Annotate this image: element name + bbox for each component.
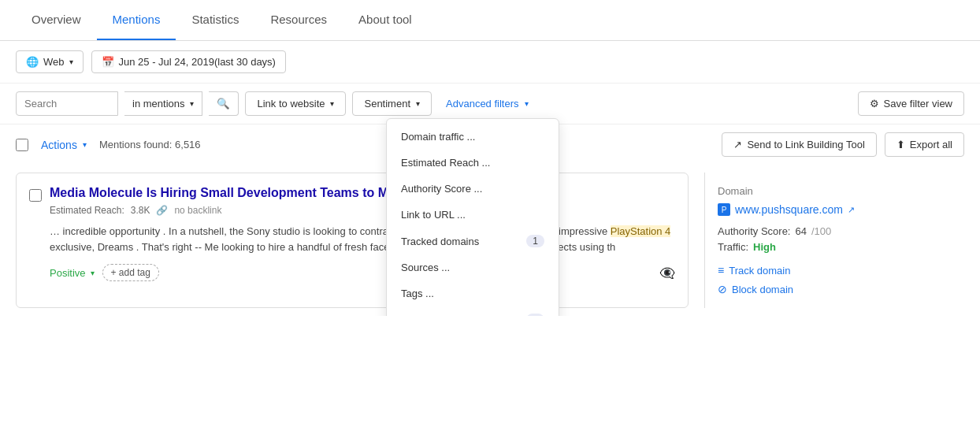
tab-mentions[interactable]: Mentions [97,0,176,40]
source-label: Web [43,56,65,68]
track-icon: ≡ [718,264,724,277]
hide-icon[interactable]: 👁‍🗨 [659,265,675,280]
date-range-label: Jun 25 - Jul 24, 2019(last 30 days) [119,56,276,68]
domain-section-label: Domain [718,185,960,197]
in-mentions-dropdown[interactable]: in mentions ▾ [124,91,202,116]
send-to-link-building-btn[interactable]: ↗ Send to Link Building Tool [722,132,876,157]
dropdown-item-label: Sources ... [401,262,450,273]
authority-score-label: Authority Score: [718,225,791,237]
backlink-icon: 🔗 [156,205,168,216]
dropdown-item-sources[interactable]: Sources ... [387,254,559,280]
calendar-icon: 📅 [102,56,114,68]
tab-bar: Overview Mentions Statistics Resources A… [0,0,980,41]
sentiment-btn[interactable]: Sentiment ▾ [352,91,432,116]
tracked-domains-badge: 1 [526,235,544,247]
estimated-reach-value: 3.8K [131,205,150,216]
dropdown-item-tracked-domains[interactable]: Tracked domains 1 [387,228,559,254]
add-tag-label: + add tag [111,267,150,278]
authority-score-row: Authority Score: 64 /100 [718,225,960,237]
dropdown-item-label: Tags ... [401,288,434,299]
mention-footer: Positive ▾ + add tag 👁‍🗨 [50,264,675,281]
save-filter-btn[interactable]: ⚙ Save filter view [858,91,964,116]
domain-name-row: P www.pushsquare.com ↗ [718,203,960,216]
gear-icon: ⚙ [870,98,879,110]
domain-actions: ≡ Track domain ⊘ Block domain [718,264,960,295]
tab-statistics[interactable]: Statistics [176,0,254,40]
mention-text: … incredible opportunity . In a nutshell… [50,224,675,254]
right-actions: ↗ Send to Link Building Tool ⬆ Export al… [722,132,964,157]
date-range-btn[interactable]: 📅 Jun 25 - Jul 24, 2019(last 30 days) [91,50,286,73]
sentiment-label: Sentiment [364,98,410,110]
actions-dropdown-btn[interactable]: Actions ▾ [41,139,87,151]
export-icon: ⬆ [896,139,905,150]
domain-stats: Authority Score: 64 /100 Traffic: High [718,225,960,253]
chevron-down-icon: ▾ [416,99,420,108]
dropdown-item-link-to-url[interactable]: Link to URL ... [387,202,559,228]
tab-overview[interactable]: Overview [16,0,97,40]
dropdown-item-tags[interactable]: Tags ... [387,280,559,306]
chevron-down-icon: ▾ [69,58,73,66]
search-btn[interactable]: 🔍 [209,91,239,116]
sentiment-label: Positive [50,267,86,279]
save-filter-label: Save filter view [884,98,952,110]
chevron-down-icon: ▾ [190,99,194,108]
mentions-found: Mentions found: 6,516 [99,139,201,150]
traffic-label: Traffic: [718,241,748,253]
dropdown-item-estimated-reach[interactable]: Estimated Reach ... [387,150,559,176]
dropdown-item-label: Domain traffic ... [401,131,475,143]
chevron-down-icon: ▾ [330,99,334,108]
globe-icon: 🌐 [26,56,39,68]
dropdown-item-authority-score[interactable]: Authority Score ... [387,176,559,202]
export-label: Export all [910,139,952,150]
authority-score-max: /100 [811,225,831,237]
send-label: Send to Link Building Tool [747,139,864,150]
domain-favicon: P [718,203,730,216]
hidden-mentions-badge: 1 [526,314,544,316]
dropdown-item-label: Tracked domains [401,236,479,247]
chevron-down-icon: ▾ [525,99,529,108]
block-icon: ⊘ [718,283,727,295]
chevron-down-icon: ▾ [91,269,95,277]
mention-title: Media Molecule Is Hiring Small Developme… [50,186,675,200]
track-domain-label: Track domain [729,265,790,277]
dropdown-item-label: Hidden mentions [401,314,478,317]
traffic-row: Traffic: High [718,241,960,253]
mention-meta: Estimated Reach: 3.8K 🔗 no backlink [50,205,675,216]
add-tag-btn[interactable]: + add tag [102,264,159,281]
domain-name-link[interactable]: www.pushsquare.com [735,203,843,216]
dropdown-item-label: Authority Score ... [401,183,482,195]
block-domain-btn[interactable]: ⊘ Block domain [718,283,960,295]
source-filter-btn[interactable]: 🌐 Web ▾ [16,50,84,73]
dropdown-item-label: Estimated Reach ... [401,157,490,169]
select-all-checkbox[interactable] [16,139,28,151]
in-mentions-label: in mentions [132,98,184,110]
sentiment-dropdown-btn[interactable]: Positive ▾ [50,267,95,279]
tab-about-tool[interactable]: About tool [343,0,428,40]
mention-checkbox[interactable] [29,189,42,202]
advanced-filters-btn[interactable]: Advanced filters ▾ [438,92,536,115]
filter-row: in mentions ▾ 🔍 Link to website ▾ Sentim… [0,84,980,124]
advanced-filters-dropdown: Domain traffic ... Estimated Reach ... A… [386,118,559,316]
chevron-down-icon: ▾ [83,140,87,149]
actions-label: Actions [41,139,77,151]
dropdown-item-hidden-mentions[interactable]: Hidden mentions 1 [387,306,559,316]
link-to-website-btn[interactable]: Link to website ▾ [245,91,346,116]
domain-sidebar: Domain P www.pushsquare.com ↗ Authority … [704,173,972,308]
link-to-website-label: Link to website [257,98,325,110]
mention-card: Media Molecule Is Hiring Small Developme… [16,173,689,308]
authority-score-value: 64 [796,225,807,237]
traffic-value: High [753,241,776,253]
track-domain-btn[interactable]: ≡ Track domain [718,264,960,277]
dropdown-item-domain-traffic[interactable]: Domain traffic ... [387,124,559,150]
tab-resources[interactable]: Resources [254,0,343,40]
controls-bar: 🌐 Web ▾ 📅 Jun 25 - Jul 24, 2019(last 30 … [0,41,980,84]
export-all-btn[interactable]: ⬆ Export all [885,132,964,157]
external-link-icon: ↗ [848,205,855,215]
send-icon: ↗ [733,139,742,150]
advanced-filters-label: Advanced filters [446,98,519,110]
backlink-status: no backlink [174,205,221,216]
estimated-reach-label: Estimated Reach: [50,205,124,216]
dropdown-item-label: Link to URL ... [401,209,466,221]
search-input[interactable] [16,91,118,116]
block-domain-label: Block domain [732,284,793,295]
